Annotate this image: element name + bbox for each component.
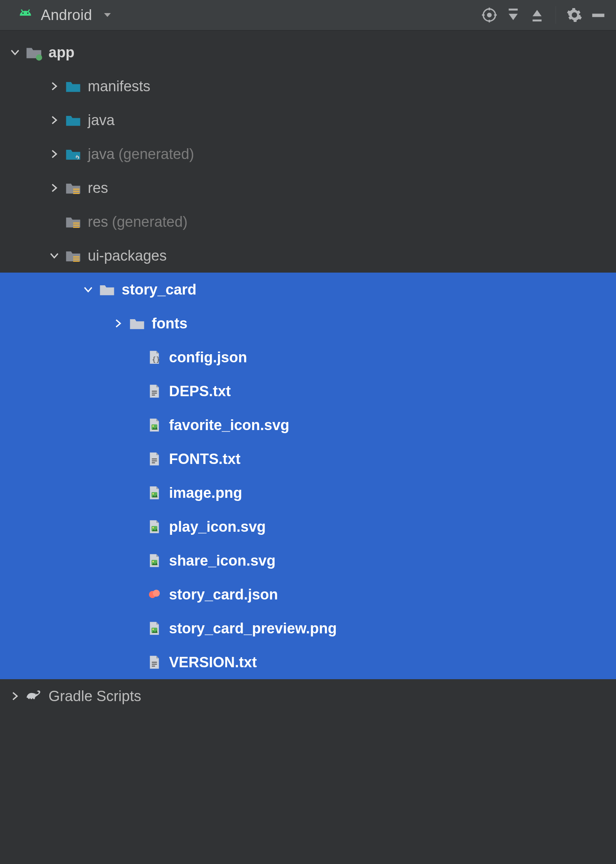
chevron-right-icon bbox=[45, 111, 63, 129]
tree-file-fonts-txt[interactable]: FONTS.txt bbox=[0, 442, 616, 476]
chevron-down-icon bbox=[6, 44, 24, 61]
svg-rect-23 bbox=[73, 258, 80, 260]
tree-node-java[interactable]: java bbox=[0, 103, 616, 137]
tree-node-story-card[interactable]: story_card bbox=[0, 273, 616, 306]
chevron-right-icon bbox=[6, 687, 24, 705]
chevron-right-icon bbox=[45, 145, 63, 163]
tree-label: res bbox=[88, 214, 108, 230]
project-tree: app manifests java java (generated) bbox=[0, 31, 616, 713]
figma-file-icon bbox=[144, 584, 164, 604]
module-folder-icon bbox=[24, 42, 44, 62]
svg-point-43 bbox=[152, 629, 154, 630]
folder-icon bbox=[127, 313, 147, 333]
tree-file-deps-txt[interactable]: DEPS.txt bbox=[0, 374, 616, 408]
chevron-right-icon bbox=[45, 179, 63, 197]
blank-chevron bbox=[45, 213, 63, 231]
svg-rect-19 bbox=[73, 223, 80, 224]
svg-rect-14 bbox=[592, 14, 604, 17]
tree-suffix: (generated) bbox=[112, 214, 187, 230]
tree-file-share-icon-svg[interactable]: share_icon.svg bbox=[0, 544, 616, 578]
svg-point-37 bbox=[152, 527, 154, 529]
tree-file-story-card-json[interactable]: story_card.json bbox=[0, 578, 616, 611]
tree-file-favorite-icon-svg[interactable]: favorite_icon.svg bbox=[0, 408, 616, 442]
svg-rect-22 bbox=[73, 256, 80, 258]
resource-folder-icon bbox=[63, 212, 83, 232]
resource-folder-icon bbox=[63, 178, 83, 198]
svg-rect-24 bbox=[73, 261, 80, 262]
collapse-all-icon[interactable] bbox=[529, 7, 546, 23]
image-file-icon bbox=[144, 551, 164, 571]
svg-point-5 bbox=[27, 12, 28, 14]
gradle-icon bbox=[24, 686, 44, 706]
chevron-down-icon bbox=[45, 247, 63, 265]
expand-all-icon[interactable] bbox=[505, 7, 522, 23]
view-selector-label: Android bbox=[41, 7, 92, 23]
generated-folder-icon bbox=[63, 144, 83, 164]
tree-label: share_icon.svg bbox=[169, 553, 276, 569]
toolbar-divider bbox=[556, 6, 556, 24]
tree-file-play-icon-svg[interactable]: play_icon.svg bbox=[0, 510, 616, 544]
svg-rect-13 bbox=[532, 20, 541, 22]
tree-node-ui-packages[interactable]: ui-packages bbox=[0, 239, 616, 273]
text-file-icon bbox=[144, 652, 164, 672]
tree-node-res-generated[interactable]: res (generated) bbox=[0, 205, 616, 239]
hide-panel-icon[interactable] bbox=[590, 7, 607, 23]
tree-label: DEPS.txt bbox=[169, 383, 231, 400]
tree-file-image-png[interactable]: image.png bbox=[0, 476, 616, 510]
tree-label: fonts bbox=[152, 315, 187, 332]
text-file-icon bbox=[144, 381, 164, 401]
tree-label: manifests bbox=[88, 78, 151, 95]
android-icon bbox=[17, 7, 34, 23]
image-file-icon bbox=[144, 483, 164, 503]
tree-label: res bbox=[88, 180, 108, 196]
svg-text:{}: {} bbox=[152, 355, 160, 363]
tree-node-app[interactable]: app bbox=[0, 35, 616, 69]
svg-point-41 bbox=[153, 590, 160, 597]
tree-label: ui-packages bbox=[88, 248, 167, 264]
tree-label: image.png bbox=[169, 485, 242, 501]
tree-label: story_card.json bbox=[169, 586, 278, 603]
svg-point-15 bbox=[36, 54, 42, 60]
tree-file-version-txt[interactable]: VERSION.txt bbox=[0, 645, 616, 679]
svg-point-35 bbox=[152, 493, 154, 495]
svg-rect-21 bbox=[73, 227, 80, 228]
svg-rect-17 bbox=[73, 191, 80, 192]
json-file-icon: {} bbox=[144, 347, 164, 367]
tree-label: favorite_icon.svg bbox=[169, 417, 290, 434]
tree-suffix: (generated) bbox=[119, 146, 194, 162]
svg-rect-16 bbox=[73, 189, 80, 190]
tree-file-config-json[interactable]: {} config.json bbox=[0, 340, 616, 374]
tree-label: play_icon.svg bbox=[169, 519, 266, 535]
tree-label: story_card_preview.png bbox=[169, 620, 337, 637]
image-file-icon bbox=[144, 618, 164, 638]
tree-label: java bbox=[88, 112, 115, 129]
image-file-icon bbox=[144, 517, 164, 537]
tree-label: VERSION.txt bbox=[169, 654, 257, 671]
gear-icon[interactable] bbox=[566, 7, 583, 23]
tree-node-manifests[interactable]: manifests bbox=[0, 69, 616, 103]
tree-label: Gradle Scripts bbox=[49, 688, 141, 705]
tree-node-fonts[interactable]: fonts bbox=[0, 306, 616, 340]
svg-point-7 bbox=[488, 13, 491, 17]
text-file-icon bbox=[144, 449, 164, 469]
folder-icon bbox=[63, 76, 83, 96]
svg-point-30 bbox=[152, 425, 154, 427]
svg-point-39 bbox=[152, 561, 154, 563]
image-file-icon bbox=[144, 415, 164, 435]
tree-node-gradle-scripts[interactable]: Gradle Scripts bbox=[0, 679, 616, 713]
tree-node-res[interactable]: res bbox=[0, 171, 616, 205]
svg-line-3 bbox=[28, 10, 30, 12]
tree-node-java-generated[interactable]: java (generated) bbox=[0, 137, 616, 171]
tree-label: java bbox=[88, 146, 115, 162]
chevron-right-icon bbox=[45, 77, 63, 95]
folder-icon bbox=[63, 110, 83, 130]
view-selector[interactable]: Android bbox=[17, 7, 116, 23]
tree-file-story-card-preview-png[interactable]: story_card_preview.png bbox=[0, 611, 616, 645]
tree-label: config.json bbox=[169, 349, 247, 366]
chevron-down-icon bbox=[79, 281, 97, 298]
select-opened-file-icon[interactable] bbox=[481, 7, 498, 23]
svg-rect-12 bbox=[509, 8, 517, 10]
project-toolbar: Android bbox=[0, 0, 616, 31]
chevron-right-icon bbox=[109, 315, 127, 332]
svg-point-4 bbox=[22, 12, 24, 14]
